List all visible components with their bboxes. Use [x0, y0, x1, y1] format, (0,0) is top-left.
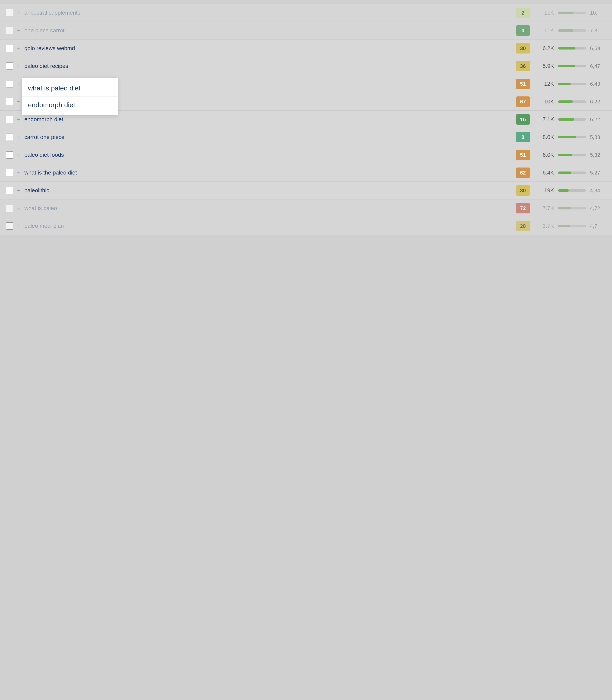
row-checkbox[interactable] [6, 169, 13, 176]
score-badge: 51 [516, 78, 530, 89]
row-checkbox[interactable] [6, 62, 13, 70]
table-row[interactable]: + golo reviews webmd 30 6.2K 6,69 [0, 40, 612, 57]
autocomplete-dropdown: what is paleo dietendomorph diet [22, 78, 118, 115]
difficulty-bar [558, 12, 586, 14]
row-checkbox[interactable] [6, 27, 13, 34]
extra-number: 6,47 [590, 63, 606, 69]
add-button[interactable]: + [15, 45, 23, 52]
bar-fill [558, 225, 570, 227]
score-badge: 15 [516, 114, 530, 125]
add-button[interactable]: + [15, 80, 23, 87]
keyword-text: what is the paleo diet [24, 170, 516, 176]
volume-text: 11K [536, 27, 554, 34]
add-button[interactable]: + [15, 223, 23, 230]
score-badge: 0 [516, 132, 530, 142]
extra-number: 5,32 [590, 152, 606, 158]
row-checkbox[interactable] [6, 116, 13, 123]
keyword-text: paleo diet foods [24, 152, 516, 158]
keyword-text: what is paleo [24, 205, 516, 212]
volume-text: 12K [536, 81, 554, 87]
keyword-text: golo reviews webmd [24, 45, 516, 52]
volume-text: 7.1K [536, 116, 554, 123]
difficulty-bar [558, 225, 586, 227]
volume-text: 8.0K [536, 134, 554, 140]
score-badge: 36 [516, 61, 530, 71]
volume-text: 6.2K [536, 45, 554, 52]
extra-number: 5,27 [590, 170, 606, 176]
add-button[interactable]: + [15, 27, 23, 34]
table-row[interactable]: + what is paleo 72 7.7K 4,72 [0, 199, 612, 217]
bar-fill [558, 154, 572, 156]
table-row[interactable]: + carrot one piece 0 8.0K 5,83 [0, 128, 612, 146]
volume-text: 19K [536, 187, 554, 194]
table-row[interactable]: + paleolithic 30 19K 4,84 [0, 182, 612, 199]
extra-number: 6,43 [590, 81, 606, 87]
row-checkbox[interactable] [6, 187, 13, 194]
difficulty-bar [558, 154, 586, 156]
volume-text: 6.0K [536, 152, 554, 158]
row-checkbox[interactable] [6, 45, 13, 52]
bar-fill [558, 83, 571, 85]
difficulty-bar [558, 136, 586, 138]
bar-fill [558, 12, 573, 14]
difficulty-bar [558, 172, 586, 174]
score-badge: 30 [516, 185, 530, 196]
difficulty-bar [558, 47, 586, 49]
row-checkbox[interactable] [6, 223, 13, 230]
add-button[interactable]: + [15, 187, 23, 194]
table-row[interactable]: + one piece carrot 0 11K 7,3 [0, 22, 612, 40]
volume-text: 6.4K [536, 170, 554, 176]
table-row[interactable]: + paleo meal plan 28 3.7K 4,7 [0, 217, 612, 235]
add-button[interactable]: + [15, 62, 23, 70]
row-checkbox[interactable] [6, 80, 13, 87]
extra-number: 6,22 [590, 99, 606, 105]
extra-number: 6,69 [590, 45, 606, 52]
volume-text: 10K [536, 98, 554, 105]
table-row[interactable]: + ancestral supplements 2 11K 10, [0, 4, 612, 22]
difficulty-bar [558, 83, 586, 85]
score-badge: 67 [516, 97, 530, 107]
keyword-text: carrot one piece [24, 134, 516, 140]
keyword-text: endomorph diet [24, 116, 516, 123]
row-checkbox[interactable] [6, 151, 13, 158]
dropdown-item[interactable]: endomorph diet [22, 97, 118, 113]
row-checkbox[interactable] [6, 133, 13, 141]
bar-fill [558, 29, 573, 32]
row-checkbox[interactable] [6, 205, 13, 212]
volume-text: 5.9K [536, 63, 554, 69]
add-button[interactable]: + [15, 205, 23, 212]
score-badge: 62 [516, 168, 530, 178]
score-badge: 30 [516, 43, 530, 54]
extra-number: 7,3 [590, 28, 606, 34]
dropdown-item[interactable]: what is paleo diet [22, 80, 118, 97]
score-badge: 0 [516, 25, 530, 36]
bar-fill [558, 189, 569, 192]
add-button[interactable]: + [15, 9, 23, 16]
score-badge: 72 [516, 203, 530, 213]
score-badge: 2 [516, 8, 530, 18]
extra-number: 6,22 [590, 116, 606, 123]
table-row[interactable]: + paleo diet recipes 36 5.9K 6,47 [0, 57, 612, 75]
add-button[interactable]: + [15, 151, 23, 158]
keyword-text: paleolithic [24, 187, 516, 194]
volume-text: 11K [536, 10, 554, 16]
row-checkbox[interactable] [6, 9, 13, 16]
add-button[interactable]: + [15, 133, 23, 141]
add-button[interactable]: + [15, 98, 23, 105]
add-button[interactable]: + [15, 116, 23, 123]
extra-number: 5,83 [590, 134, 606, 140]
difficulty-bar [558, 100, 586, 103]
bar-fill [558, 172, 571, 174]
extra-number: 4,72 [590, 205, 606, 212]
score-badge: 28 [516, 221, 530, 231]
volume-text: 7.7K [536, 205, 554, 212]
add-button[interactable]: + [15, 169, 23, 176]
bar-fill [558, 207, 571, 210]
keyword-table: + ancestral supplements 2 11K 10, + one … [0, 0, 612, 239]
row-checkbox[interactable] [6, 98, 13, 105]
extra-number: 4,7 [590, 223, 606, 229]
difficulty-bar [558, 207, 586, 210]
table-row[interactable]: + paleo diet foods 51 6.0K 5,32 [0, 146, 612, 164]
difficulty-bar [558, 29, 586, 32]
table-row[interactable]: + what is the paleo diet 62 6.4K 5,27 [0, 164, 612, 182]
